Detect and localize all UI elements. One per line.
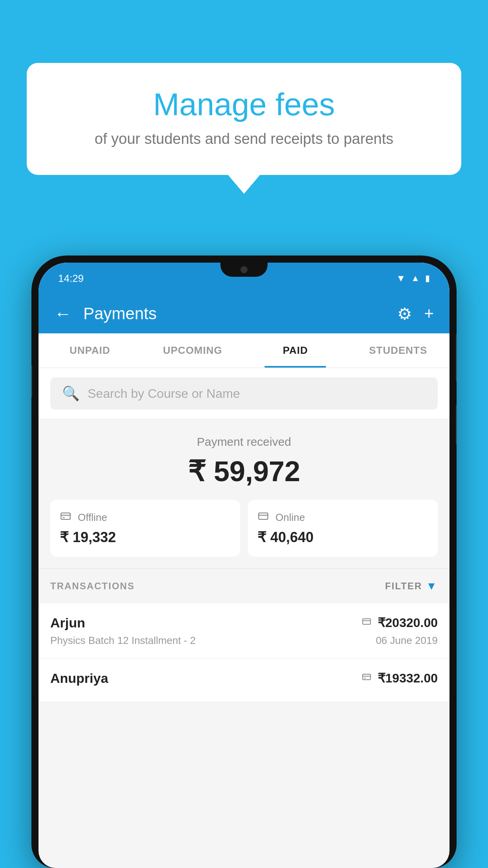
transaction-amount-row-2: ₹19332.00 (361, 671, 438, 686)
bubble-title: Manage fees (58, 86, 430, 123)
transaction-name-2: Anupriya (50, 671, 108, 686)
notch (220, 263, 268, 277)
online-label: Online (275, 511, 305, 524)
offline-amount: ₹ 19,332 (60, 529, 116, 546)
transaction-name-1: Arjun (50, 615, 85, 631)
filter-button[interactable]: FILTER ▼ (385, 580, 438, 592)
search-placeholder: Search by Course or Name (88, 386, 240, 401)
payment-received-label: Payment received (50, 435, 438, 449)
offline-label: Offline (78, 511, 107, 524)
signal-icon: ▲ (411, 273, 420, 283)
bubble-subtitle: of your students and send receipts to pa… (58, 131, 430, 147)
transaction-row-2: Anupriya ₹19332.00 (50, 671, 438, 686)
filter-icon: ▼ (426, 580, 438, 592)
online-payment-icon-1 (361, 616, 372, 629)
offline-card-header: Offline (60, 511, 107, 524)
svg-rect-3 (259, 513, 268, 519)
transactions-header: TRANSACTIONS FILTER ▼ (39, 568, 449, 603)
background: Manage fees of your students and send re… (0, 0, 488, 868)
tab-upcoming[interactable]: UPCOMING (141, 333, 244, 368)
online-icon (257, 511, 269, 524)
tab-unpaid[interactable]: UNPAID (39, 333, 141, 368)
transaction-amount-row-1: ₹20320.00 (361, 615, 438, 630)
status-bar: 14:29 ▼ ▲ ▮ (39, 263, 449, 294)
transaction-row-1: Arjun ₹20320.00 (50, 615, 438, 631)
app-bar-title: Payments (83, 304, 385, 323)
tabs-bar: UNPAID UPCOMING PAID STUDENTS (39, 333, 449, 368)
offline-payment-icon-2 (361, 672, 372, 684)
offline-card: Offline ₹ 19,332 (50, 500, 240, 557)
app-bar: ← Payments ⚙ + (39, 294, 449, 333)
status-time: 14:29 (58, 272, 84, 285)
transaction-course-1: Physics Batch 12 Installment - 2 (50, 634, 196, 647)
volume-button (31, 366, 32, 397)
transaction-detail-1: Physics Batch 12 Installment - 2 06 June… (50, 634, 438, 647)
transaction-item-arjun[interactable]: Arjun ₹20320.00 Physics Batch 12 Install… (39, 603, 449, 659)
transaction-amount-1: ₹20320.00 (378, 615, 438, 630)
wifi-icon: ▼ (396, 273, 405, 284)
search-container: 🔍 Search by Course or Name (39, 368, 449, 419)
app-bar-actions: ⚙ + (397, 304, 434, 324)
filter-label: FILTER (385, 581, 422, 592)
battery-icon: ▮ (425, 273, 430, 283)
offline-icon (60, 511, 72, 524)
search-icon: 🔍 (62, 385, 80, 402)
back-button[interactable]: ← (54, 304, 72, 324)
transaction-amount-2: ₹19332.00 (378, 671, 438, 686)
payment-cards: Offline ₹ 19,332 Online (50, 500, 438, 557)
payment-summary: Payment received ₹ 59,972 Offline (39, 419, 449, 568)
online-amount: ₹ 40,640 (257, 529, 314, 546)
speech-bubble: Manage fees of your students and send re… (27, 63, 461, 175)
svg-rect-7 (363, 674, 371, 680)
transaction-item-anupriya[interactable]: Anupriya ₹19332.00 (39, 659, 449, 702)
online-card-header: Online (257, 511, 305, 524)
svg-rect-5 (363, 619, 371, 624)
phone-frame: 14:29 ▼ ▲ ▮ ← Payments ⚙ + (31, 256, 457, 868)
search-box[interactable]: 🔍 Search by Course or Name (50, 377, 438, 410)
settings-button[interactable]: ⚙ (397, 304, 412, 324)
transactions-label: TRANSACTIONS (50, 581, 135, 592)
volume-right-button (456, 334, 457, 381)
power-button (456, 405, 457, 444)
status-icons: ▼ ▲ ▮ (396, 273, 430, 284)
online-card: Online ₹ 40,640 (248, 500, 438, 557)
tab-students[interactable]: STUDENTS (347, 333, 450, 368)
svg-rect-0 (61, 513, 70, 519)
transaction-date-1: 06 June 2019 (376, 634, 438, 647)
payment-total-amount: ₹ 59,972 (50, 455, 438, 488)
add-button[interactable]: + (424, 304, 434, 323)
camera (240, 266, 248, 273)
phone-screen: 14:29 ▼ ▲ ▮ ← Payments ⚙ + (39, 263, 449, 868)
tab-paid[interactable]: PAID (244, 333, 347, 368)
